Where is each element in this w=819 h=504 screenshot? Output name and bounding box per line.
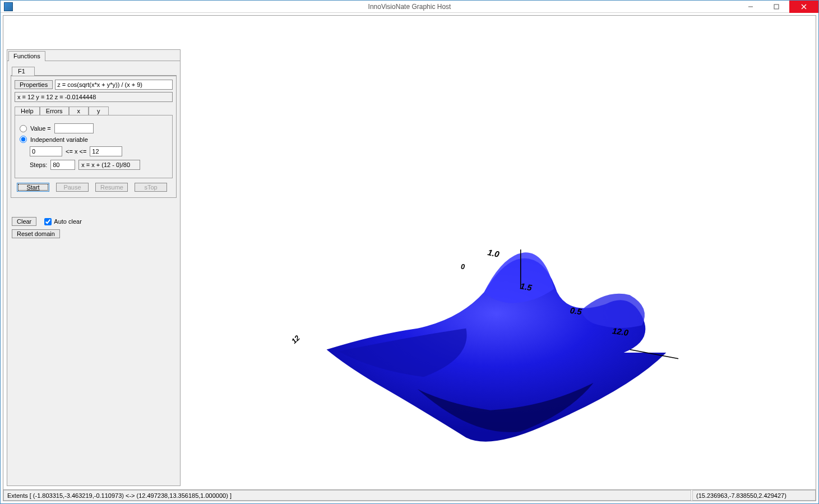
range-op-label: <= x <=	[66, 148, 86, 155]
radio-independent[interactable]	[20, 136, 27, 143]
reset-domain-button[interactable]: Reset domain	[12, 229, 60, 238]
value-label: Value =	[30, 125, 51, 132]
auto-clear-wrap[interactable]: Auto clear	[44, 218, 82, 225]
functions-tab-strip: Functions	[7, 50, 180, 61]
steps-label: Steps:	[30, 161, 47, 168]
window-controls	[738, 1, 818, 12]
independent-label: Independent variable	[30, 136, 88, 143]
tab-x[interactable]: x	[69, 107, 89, 115]
simulation-controls: Start Pause Resume sTop	[15, 183, 173, 192]
status-bar: Extents [ (-1.803315,-3.463219,-0.110973…	[3, 489, 816, 501]
tab-errors[interactable]: Errors	[40, 107, 69, 115]
status-cursor: (15.236963,-7.838550,2.429427)	[692, 490, 816, 501]
side-panel: Functions F1 Properties x = 12 y = 12 z …	[7, 49, 181, 486]
steps-input[interactable]	[50, 160, 75, 170]
close-icon	[801, 4, 807, 10]
clear-button[interactable]: Clear	[12, 217, 36, 226]
close-button[interactable]	[789, 1, 818, 13]
lower-controls: Clear Auto clear Reset domain	[7, 201, 180, 243]
surface-plot	[181, 49, 812, 486]
function-editor: Properties x = 12 y = 12 z = -0.0144448 …	[11, 76, 177, 198]
svg-rect-1	[774, 4, 779, 9]
radio-value[interactable]	[20, 125, 27, 132]
start-button[interactable]: Start	[17, 183, 49, 192]
range-max-input[interactable]	[90, 146, 122, 156]
range-min-input[interactable]	[30, 146, 62, 156]
axis-tick-15: 1.5	[520, 281, 533, 292]
variable-pane: Value = Independent variable <= x <=	[15, 115, 173, 178]
tab-functions[interactable]: Functions	[8, 51, 45, 61]
pause-button[interactable]: Pause	[56, 183, 89, 192]
main-area: Functions F1 Properties x = 12 y = 12 z …	[3, 15, 816, 501]
plot-area[interactable]: 12.0 0.5 1.0 1.5 0 12	[181, 49, 812, 486]
axis-tick-05: 0.5	[570, 306, 582, 317]
auto-clear-label: Auto clear	[54, 218, 82, 225]
function-list-tabs: F1	[11, 66, 177, 76]
minimize-button[interactable]	[738, 1, 764, 13]
maximize-button[interactable]	[764, 1, 789, 13]
content-row: Functions F1 Properties x = 12 y = 12 z …	[3, 16, 816, 489]
app-icon	[4, 2, 13, 11]
minimize-icon	[748, 4, 753, 10]
status-extents: Extents [ (-1.803315,-3.463219,-0.110973…	[3, 490, 691, 501]
step-formula-readout: x = x + (12 - 0)/80	[78, 160, 140, 170]
maximize-icon	[774, 4, 779, 10]
tab-f1[interactable]: F1	[12, 67, 35, 76]
value-input[interactable]	[54, 123, 94, 133]
resume-button[interactable]: Resume	[95, 183, 128, 192]
window-title: InnoVisioNate Graphic Host	[1, 3, 818, 11]
expression-input[interactable]	[55, 80, 173, 90]
auto-clear-checkbox[interactable]	[44, 218, 52, 225]
tab-y[interactable]: y	[89, 107, 109, 115]
stop-button[interactable]: sTop	[135, 183, 167, 192]
evaluation-readout: x = 12 y = 12 z = -0.0144448	[15, 92, 173, 102]
var-tab-strip: Help Errors x y	[15, 105, 173, 115]
tab-help[interactable]: Help	[15, 107, 40, 115]
app-window: InnoVisioNate Graphic Host Functions	[0, 0, 819, 504]
properties-button[interactable]: Properties	[15, 80, 53, 89]
titlebar[interactable]: InnoVisioNate Graphic Host	[1, 1, 818, 13]
functions-panel: F1 Properties x = 12 y = 12 z = -0.01444…	[7, 61, 180, 201]
axis-tick-0: 0	[461, 262, 465, 271]
client-area: Functions F1 Properties x = 12 y = 12 z …	[1, 13, 818, 503]
